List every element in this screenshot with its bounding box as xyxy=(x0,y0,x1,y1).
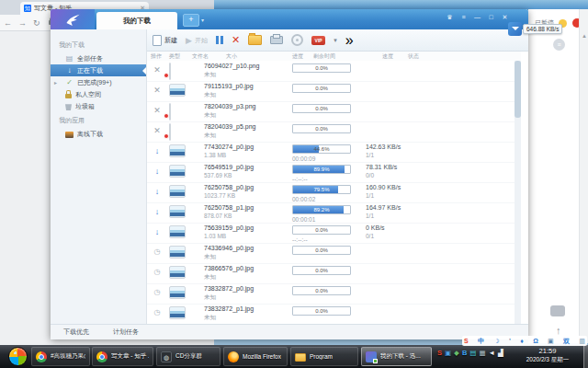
tray-icon[interactable]: ◄ xyxy=(489,349,495,357)
floating-speed-widget[interactable]: 646.88 KB/s xyxy=(508,22,562,36)
taskbar-button[interactable]: Program xyxy=(290,347,358,366)
new-tab-button[interactable]: + xyxy=(183,14,199,27)
ime-icon[interactable]: ▣ xyxy=(548,336,554,346)
column-header[interactable]: 操作 xyxy=(151,52,162,61)
waiting-icon[interactable]: ◷ xyxy=(152,247,163,256)
error-icon[interactable]: ✕ xyxy=(152,86,163,95)
back-icon[interactable]: ← xyxy=(4,18,12,28)
waiting-icon[interactable]: ◷ xyxy=(152,288,163,296)
ime-icon[interactable]: ’ xyxy=(509,336,511,346)
maximize-icon[interactable]: □ xyxy=(484,12,498,23)
ime-toolbar[interactable]: S中☽’♦Ω▣双▥ xyxy=(462,336,587,346)
tray-icon[interactable]: ◆ xyxy=(454,349,459,357)
table-row[interactable]: ✕79115193_p0.jpg未知0.0% xyxy=(147,81,521,102)
table-row[interactable]: ◷73832872_p0.jpg未知0.0% xyxy=(147,283,521,305)
table-row[interactable]: ↓76549519_p0.jpg537.69 KB89.9%--:--:--78… xyxy=(147,162,521,183)
tray-icon[interactable]: ▟ xyxy=(498,349,503,357)
app-titlebar[interactable]: 我的下载 + ▾ ♛≡—□✕ xyxy=(51,9,528,29)
tray-icon[interactable]: ▣ xyxy=(445,349,451,357)
downloading-icon[interactable]: ↓ xyxy=(152,187,163,196)
taskbar-button[interactable]: 写文章 - 知乎 ... xyxy=(92,347,153,366)
table-row[interactable]: ◷73832872_p1.jpg未知0.0% xyxy=(147,304,521,324)
tab-my-downloads[interactable]: 我的下载 xyxy=(96,12,177,29)
table-row[interactable]: ↓76250758_p1.jpg878.07 KB89.2%00:00:0116… xyxy=(147,202,521,224)
sidebar-item-completed[interactable]: ▸✓已完成(99+) xyxy=(51,76,146,88)
ime-icon[interactable]: 双 xyxy=(563,336,570,346)
open-folder-button[interactable] xyxy=(248,35,262,45)
taskbar-button[interactable]: #高坂穗乃果の... xyxy=(31,347,90,366)
disc-burn-button[interactable] xyxy=(291,34,303,46)
thunder-speed-icon[interactable] xyxy=(508,22,522,36)
tray-icon[interactable]: B xyxy=(462,349,467,357)
feedback-button[interactable] xyxy=(550,305,565,316)
main-menu-icon[interactable]: ≡ xyxy=(457,12,470,23)
tray-icon[interactable]: S xyxy=(437,349,442,357)
column-header[interactable]: 速度 xyxy=(382,52,393,61)
vip-button[interactable]: VIP xyxy=(311,36,325,45)
back-to-top-icon[interactable]: ↑ xyxy=(556,325,561,336)
new-tab-caret-icon[interactable]: ▾ xyxy=(201,17,204,23)
scroll-up-icon[interactable]: ▲ xyxy=(582,33,587,39)
table-row[interactable]: ◷74336946_p0.jpg未知0.0% xyxy=(147,243,521,264)
scrollbar-thumb[interactable] xyxy=(514,61,521,118)
downloading-icon[interactable]: ↓ xyxy=(152,207,163,216)
table-row[interactable]: ◷73866576_p0.jpg未知0.0% xyxy=(147,263,521,284)
start-button[interactable]: ▶开始 xyxy=(186,36,208,45)
waiting-icon[interactable]: ◷ xyxy=(152,268,163,276)
table-row[interactable]: ↓75639159_p0.jpg1.03 MB0.0%--:--:--0 KB/… xyxy=(147,223,521,244)
ime-icon[interactable]: ▥ xyxy=(579,336,585,346)
column-header[interactable]: 进度 xyxy=(292,52,303,61)
tray-icon[interactable]: ▤ xyxy=(469,349,476,357)
page-float-button[interactable]: ≡ xyxy=(553,39,565,51)
scheduled-tasks-tab[interactable]: 计划任务 xyxy=(113,328,139,337)
column-header[interactable]: 类型 xyxy=(169,52,180,61)
expander-icon[interactable]: ▸ xyxy=(54,79,57,86)
list-scrollbar[interactable] xyxy=(514,61,521,324)
tray-icon[interactable]: ▦ xyxy=(479,349,485,357)
ime-icon[interactable]: ☽ xyxy=(493,336,499,346)
vip-crown-icon[interactable]: ♛ xyxy=(443,12,457,23)
column-header[interactable]: 文件名 xyxy=(192,52,209,61)
delete-button[interactable]: ✕ xyxy=(232,34,240,46)
taskbar-button[interactable]: Mozilla Firefox xyxy=(223,347,288,366)
table-row[interactable]: ✕78204039_p3.png未知0.0% xyxy=(147,101,521,122)
minimize-icon[interactable]: — xyxy=(470,12,484,23)
page-scrollbar[interactable]: ▲ xyxy=(579,9,588,343)
pause-button[interactable] xyxy=(216,36,223,44)
device-transfer-button[interactable] xyxy=(270,36,283,44)
table-row[interactable]: ✕76094027_p10.png未知0.0% xyxy=(147,61,521,82)
downloading-icon[interactable]: ↓ xyxy=(152,146,163,155)
vip-caret-button[interactable]: ▾ xyxy=(334,37,337,44)
table-row[interactable]: ✕78204039_p5.png未知0.0% xyxy=(147,121,521,143)
downloading-icon[interactable]: ↓ xyxy=(152,167,163,176)
ime-icon[interactable]: Ω xyxy=(533,336,538,346)
show-desktop-button[interactable] xyxy=(583,345,588,368)
waiting-icon[interactable]: ◷ xyxy=(152,308,163,316)
table-row[interactable]: ↓77430274_p0.jpg1.38 MB44.6%00:00:09142.… xyxy=(147,142,521,163)
reload-icon[interactable]: ↻ xyxy=(33,18,40,28)
ime-icon[interactable]: ♦ xyxy=(520,336,524,346)
error-icon[interactable]: ✕ xyxy=(152,65,163,75)
sidebar-item-offline-download[interactable]: 离线下载 xyxy=(51,128,146,140)
downloading-icon[interactable]: ↓ xyxy=(152,227,163,236)
sidebar-item-all-tasks[interactable]: ▤全部任务 xyxy=(51,52,146,64)
sidebar-item-trash[interactable]: 垃圾箱 xyxy=(51,100,146,112)
ime-icon[interactable]: 中 xyxy=(478,336,484,346)
column-header[interactable]: 大小 xyxy=(226,52,237,61)
column-header[interactable]: 状态 xyxy=(408,52,419,61)
new-task-button[interactable]: 新建 xyxy=(153,35,177,46)
taskbar-button[interactable]: ◍CD分享群 xyxy=(156,347,220,366)
error-icon[interactable]: ✕ xyxy=(152,126,163,135)
more-button[interactable]: » xyxy=(345,32,354,49)
taskbar-clock[interactable]: 21:59 2020/2/3 星期一 xyxy=(511,347,584,364)
download-priority-tab[interactable]: 下载优先 xyxy=(63,328,89,337)
table-row[interactable]: ↓76250758_p0.jpg1023.77 KB79.5%00:00:021… xyxy=(147,182,521,203)
error-icon[interactable]: ✕ xyxy=(152,106,163,115)
column-header[interactable]: 剩余时间 xyxy=(313,52,335,61)
sidebar-item-private-space[interactable]: 私人空间 xyxy=(51,88,146,100)
ime-icon[interactable]: S xyxy=(464,336,469,346)
sidebar-item-downloading[interactable]: ↓正在下载 xyxy=(51,64,146,76)
taskbar-button[interactable]: 我的下载 - 迅... xyxy=(361,347,432,366)
start-button[interactable] xyxy=(8,347,28,366)
forward-icon[interactable]: → xyxy=(18,18,27,28)
